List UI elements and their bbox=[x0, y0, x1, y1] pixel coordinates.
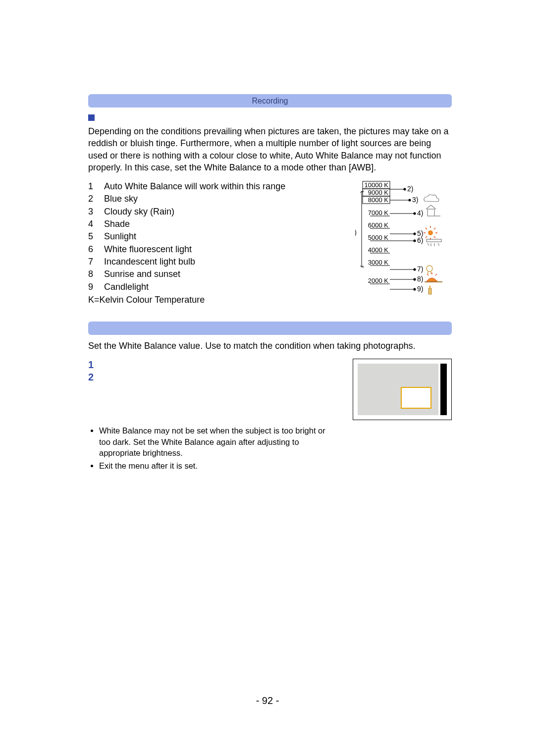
camera-screen-icon bbox=[353, 359, 452, 420]
intro-paragraph: Depending on the conditions prevailing w… bbox=[88, 125, 452, 173]
svg-line-35 bbox=[426, 236, 427, 238]
subsection-bar bbox=[88, 322, 452, 335]
wb-target-box bbox=[401, 387, 431, 409]
svg-line-34 bbox=[434, 236, 435, 238]
legend-num: 3 bbox=[88, 206, 104, 218]
tick-5000k: 5000 K bbox=[368, 234, 389, 241]
cloud-icon bbox=[424, 195, 439, 202]
legend-row: 8Sunrise and sunset bbox=[88, 268, 290, 280]
svg-line-47 bbox=[427, 274, 428, 275]
step-1: 1 bbox=[88, 359, 94, 371]
legend-label: Sunrise and sunset bbox=[104, 268, 290, 280]
tick-7000k: 7000 K bbox=[368, 209, 389, 216]
page-number: - 92 - bbox=[0, 695, 535, 706]
marker-3: 3) bbox=[412, 196, 418, 204]
set-instruction: Set the White Balance value. Use to matc… bbox=[88, 340, 452, 352]
note-item: Exit the menu after it is set. bbox=[99, 460, 331, 471]
step-numbers: 1 2 bbox=[88, 359, 103, 383]
svg-point-42 bbox=[427, 266, 432, 271]
legend-row: 1Auto White Balance will work within thi… bbox=[88, 180, 290, 193]
legend-num: 9 bbox=[88, 281, 104, 293]
shade-icon bbox=[426, 205, 440, 216]
candle-icon bbox=[428, 285, 431, 294]
svg-point-15 bbox=[414, 213, 416, 215]
marker-7: 7) bbox=[417, 265, 423, 273]
marker-6: 6) bbox=[417, 236, 423, 244]
svg-line-38 bbox=[428, 243, 429, 246]
square-bullet-icon bbox=[88, 114, 95, 121]
svg-line-41 bbox=[438, 243, 439, 246]
tick-6000k: 6000 K bbox=[368, 221, 389, 229]
fluorescent-icon bbox=[427, 239, 441, 246]
kelvin-note: K=Kelvin Colour Temperature bbox=[88, 294, 350, 306]
svg-point-28 bbox=[428, 230, 433, 235]
sunrise-icon bbox=[425, 272, 442, 282]
legend-label: Cloudy sky (Rain) bbox=[104, 206, 290, 218]
legend-row: 4Shade bbox=[88, 218, 290, 230]
svg-rect-49 bbox=[428, 288, 431, 294]
legend-label: Incandescent light bulb bbox=[104, 256, 290, 268]
legend-label: Candlelight bbox=[104, 281, 290, 293]
svg-point-19 bbox=[414, 240, 416, 242]
legend-num: 2 bbox=[88, 193, 104, 205]
tick-3000k: 3000 K bbox=[368, 259, 389, 266]
legend-row: 6White fluorescent light bbox=[88, 243, 290, 256]
svg-line-36 bbox=[434, 228, 435, 229]
legend-column: 1Auto White Balance will work within thi… bbox=[88, 180, 350, 306]
marker-4: 4) bbox=[417, 209, 423, 217]
tick-4000k: 4000 K bbox=[368, 246, 389, 254]
svg-point-13 bbox=[409, 199, 411, 201]
legend-num: 7 bbox=[88, 256, 104, 268]
note-item: White Balance may not be set when the su… bbox=[99, 425, 331, 458]
legend-row: 9Candlelight bbox=[88, 281, 290, 293]
legend-num: 1 bbox=[88, 180, 104, 193]
legend-num: 6 bbox=[88, 243, 104, 256]
svg-point-23 bbox=[414, 278, 416, 280]
legend-row: 5Sunlight bbox=[88, 230, 290, 243]
kelvin-scale-svg: 10000 K 9000 K 8000 K 7000 K 6000 K 5000… bbox=[355, 180, 452, 297]
marker-9: 9) bbox=[417, 285, 423, 293]
legend-table: 1Auto White Balance will work within thi… bbox=[88, 180, 290, 293]
sun-icon bbox=[424, 226, 437, 240]
legend-label: Shade bbox=[104, 218, 290, 230]
marker-1: 1) bbox=[355, 228, 357, 236]
svg-rect-37 bbox=[427, 239, 441, 242]
tick-10000k: 10000 K bbox=[365, 181, 389, 189]
lcd-illustration bbox=[353, 359, 452, 420]
tick-2000k: 2000 K bbox=[368, 277, 389, 284]
legend-row: 7Incandescent light bulb bbox=[88, 256, 290, 268]
tick-8000k: 8000 K bbox=[368, 196, 389, 204]
svg-point-21 bbox=[414, 269, 416, 270]
tick-9000k: 9000 K bbox=[368, 189, 389, 196]
columns: 1Auto White Balance will work within thi… bbox=[88, 180, 452, 306]
steps-row: 1 2 bbox=[88, 359, 452, 420]
svg-point-17 bbox=[414, 233, 416, 235]
step-2: 2 bbox=[88, 371, 94, 383]
svg-point-11 bbox=[404, 188, 406, 190]
legend-num: 5 bbox=[88, 230, 104, 243]
legend-label: White fluorescent light bbox=[104, 243, 290, 256]
kelvin-diagram: 10000 K 9000 K 8000 K 7000 K 6000 K 5000… bbox=[355, 180, 452, 306]
section-header-text: Recording bbox=[252, 97, 288, 106]
legend-label: Sunlight bbox=[104, 230, 290, 243]
svg-line-33 bbox=[426, 228, 427, 229]
legend-num: 8 bbox=[88, 268, 104, 280]
page-content: Recording Depending on the conditions pr… bbox=[0, 0, 535, 472]
svg-line-48 bbox=[435, 274, 437, 275]
screen-sidebar bbox=[440, 364, 447, 415]
legend-label: Auto White Balance will work within this… bbox=[104, 180, 290, 193]
legend-row: 2Blue sky bbox=[88, 193, 290, 205]
marker-8: 8) bbox=[417, 275, 423, 283]
section-header: Recording bbox=[88, 94, 452, 108]
bulb-icon bbox=[427, 266, 432, 274]
note-list: White Balance may not be set when the su… bbox=[88, 425, 331, 471]
marker-2: 2) bbox=[407, 185, 413, 193]
legend-label: Blue sky bbox=[104, 193, 290, 205]
legend-num: 4 bbox=[88, 218, 104, 230]
svg-rect-26 bbox=[428, 209, 434, 216]
legend-row: 3Cloudy sky (Rain) bbox=[88, 206, 290, 218]
svg-point-25 bbox=[414, 288, 416, 290]
